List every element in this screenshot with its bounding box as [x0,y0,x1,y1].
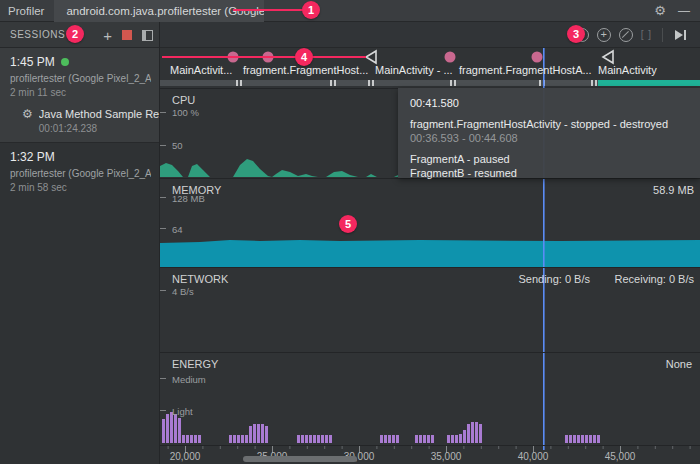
rotation-event-icon[interactable] [366,51,376,63]
energy-bar [245,435,248,443]
energy-bar [451,435,454,443]
network-receiving-value: Receiving: 0 B/s [615,273,694,285]
activity-transition-tick [372,80,374,86]
energy-bar [317,435,320,443]
memory-current-value: 58.9 MB [653,184,694,196]
activity-label-2[interactable]: MainActivity - ... [375,64,453,76]
session-artifact-method-trace[interactable]: ⚙ Java Method Sample Re... 00:01:24.238 [10,108,151,134]
session-item-previous[interactable]: 1:32 PM profilertester (Google Pixel_2_A… [0,143,159,201]
y-axis-dash [160,378,166,379]
annotation-callout-line-4 [162,56,366,58]
activity-transition-tick [368,80,370,86]
activity-bar-active[interactable] [598,80,700,86]
new-session-icon[interactable]: + [103,28,112,43]
energy-bar [257,424,260,443]
activity-label-4[interactable]: MainActivity [598,64,657,76]
cpu-usage-area [160,159,402,177]
timeline-main-area[interactable]: MainActivit...fragment.FragmentHost...Ma… [160,48,700,464]
cpu-track-label: CPU [172,94,195,106]
session-duration: 2 min 11 sec [10,87,151,98]
energy-bar [321,435,324,443]
memory-tick-128: 128 MB [172,193,205,204]
sessions-title: SESSIONS [0,29,65,40]
activity-label-3[interactable]: fragment.FragmentHostA... [459,64,592,76]
energy-bar [325,435,328,443]
activity-transition-tick [539,80,541,86]
energy-bar [581,435,584,443]
zoom-to-selection-icon[interactable]: [ ] [641,29,652,40]
cpu-tick-100: 100 % [172,107,199,118]
energy-bar [427,435,430,443]
y-axis-dash [160,145,166,146]
energy-bar [455,435,458,443]
energy-bar [471,422,474,443]
artifact-timestamp: 00:01:24.238 [39,123,169,134]
activity-label-0[interactable]: MainActivit... [170,64,232,76]
energy-bar [573,435,576,443]
artifact-label: Java Method Sample Re... [39,108,169,120]
sessions-panel: 1:45 PM profilertester (Google Pixel_2_A… [0,48,160,464]
collapse-panel-icon[interactable] [142,30,153,41]
energy-bar [182,435,185,443]
method-trace-gear-icon: ⚙ [22,108,33,134]
energy-bar [297,435,300,443]
stop-session-icon[interactable] [122,30,132,40]
energy-bar [380,435,383,443]
zoom-in-icon[interactable]: + [597,28,611,42]
session-duration: 2 min 58 sec [10,182,151,193]
timeline-toolbar: − + [ ] [160,22,700,48]
energy-bar [597,435,600,443]
session-item-current[interactable]: 1:45 PM profilertester (Google Pixel_2_A… [0,48,159,143]
tooltip-range: 00:36.593 - 00:44.608 [410,132,688,144]
activity-transition-tick [454,80,456,86]
annotation-badge-3: 3 [567,25,585,43]
reset-zoom-icon[interactable] [619,28,633,42]
y-axis-dash [160,290,166,291]
energy-bar [313,435,316,443]
energy-bar [162,419,165,443]
energy-bar [396,435,399,443]
axis-label-3: 35,000 [431,451,462,462]
live-session-dot-icon [61,58,69,66]
energy-bar [249,426,252,443]
go-live-icon[interactable] [673,28,688,42]
session-time: 1:45 PM [10,55,55,69]
energy-bar [388,435,391,443]
energy-bar [415,435,418,443]
touch-event-dot[interactable] [445,52,456,63]
energy-bar [384,435,387,443]
network-sending-value: Sending: 0 B/s [518,273,590,285]
energy-bar [593,435,596,443]
energy-bar [585,435,588,443]
tooltip-fragment-b: FragmentB - resumed [410,167,688,179]
axis-label-5: 45,000 [605,451,636,462]
minimize-icon[interactable]: — [678,5,690,17]
event-tooltip: 00:41.580 fragment.FragmentHostActivity … [398,88,700,178]
annotation-badge-4: 4 [295,48,313,66]
energy-bar [233,435,236,443]
energy-bar [565,435,568,443]
energy-bar [431,435,434,443]
energy-bar [194,435,197,443]
energy-bar [229,435,232,443]
cpu-tick-50: 50 [172,140,183,151]
settings-gear-icon[interactable]: ⚙ [654,4,666,17]
energy-bar [459,434,462,443]
energy-bar [305,435,308,443]
memory-tick-64: 64 [172,224,183,235]
energy-bar [265,426,268,443]
annotation-callout-line-1 [233,9,311,11]
activity-bar-past[interactable] [160,80,598,86]
energy-bar [475,422,478,443]
energy-bar [190,435,193,443]
rotation-event-icon[interactable] [603,51,613,63]
energy-track-label: ENERGY [172,358,218,370]
energy-bar [309,435,312,443]
horizontal-scrollbar[interactable] [243,456,357,462]
energy-bar [174,414,177,443]
activity-transition-tick [595,80,597,86]
touch-event-dot[interactable] [532,52,543,63]
y-axis-dash [160,197,166,198]
y-axis-dash [160,112,166,113]
activity-transition-tick [330,80,332,86]
